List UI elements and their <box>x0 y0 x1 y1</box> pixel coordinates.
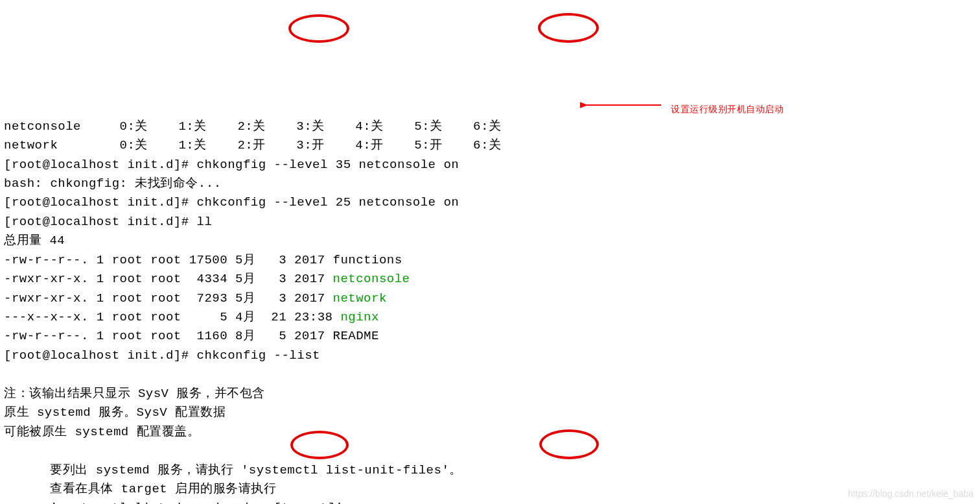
svc-name: netconsole <box>4 119 81 134</box>
file-line-1: -rw-r--r--. 1 root root 17500 5月 3 2017 … <box>4 253 402 267</box>
note-line-4: 要列出 systemd 服务，请执行 'systemctl list-unit-… <box>4 463 462 477</box>
total-line: 总用量 44 <box>4 234 65 248</box>
lvl1: 1:关 <box>178 119 206 134</box>
bash-error: bash: chkongfig: 未找到命令... <box>4 176 222 191</box>
lvl0: 0:关 <box>120 138 148 152</box>
note-line-5: 查看在具体 target 启用的服务请执行 <box>4 482 276 496</box>
prompt-line-4: [root@localhost init.d]# chkconfig --lis… <box>4 348 320 363</box>
annotation-text: 设置运行级别开机自动启动 <box>671 102 784 117</box>
file-meta: -rwxr-xr-x. 1 root root 7293 5月 3 2017 <box>4 291 332 306</box>
lvl2: 2:关 <box>237 119 265 134</box>
terminal-output: netconsole 0:关 1:关 2:关 3:关 4:关 5:关 6:关 n… <box>4 98 976 504</box>
lvl6: 6:关 <box>473 138 501 152</box>
circle-annotation-2 <box>538 13 599 43</box>
lvl5: 5:关 <box>414 119 442 134</box>
lvl1: 1:关 <box>178 138 206 152</box>
lvl2: 2:开 <box>237 138 265 152</box>
lvl6: 6:关 <box>473 119 501 134</box>
svc-row-network-1: network 0:关 1:关 2:开 3:开 4:开 5:开 6:关 <box>4 138 501 152</box>
prompt-line-3: [root@localhost init.d]# ll <box>4 215 212 229</box>
circle-annotation-1 <box>288 14 349 43</box>
file-line-3: -rwxr-xr-x. 1 root root 7293 5月 3 2017 n… <box>4 291 387 306</box>
note-line-2: 原生 systemd 服务。SysV 配置数据 <box>4 405 226 420</box>
file-meta: ---x--x--x. 1 root root 5 4月 21 23:38 <box>4 310 340 324</box>
file-line-5: -rw-r--r--. 1 root root 1160 8月 5 2017 R… <box>4 329 379 343</box>
svc-name: network <box>4 138 58 152</box>
lvl4: 4:开 <box>355 138 383 152</box>
lvl4: 4:关 <box>355 119 383 134</box>
file-line-4: ---x--x--x. 1 root root 5 4月 21 23:38 ng… <box>4 310 379 324</box>
note-line-6: 'systemctl list-dependencies [target]'。 <box>4 501 356 504</box>
file-name-exec: netconsole <box>332 272 410 286</box>
svc-row-netconsole-1: netconsole 0:关 1:关 2:关 3:关 4:关 5:关 6:关 <box>4 119 501 134</box>
prompt-line-2: [root@localhost init.d]# chkconfig --lev… <box>4 195 459 210</box>
prompt-line-1: [root@localhost init.d]# chkongfig --lev… <box>4 158 459 172</box>
watermark-text: https://blog.csdn.net/kele_baba <box>848 487 974 501</box>
note-line-1: 注：该输出结果只显示 SysV 服务，并不包含 <box>4 387 265 401</box>
lvl0: 0:关 <box>120 119 148 134</box>
file-meta: -rwxr-xr-x. 1 root root 4334 5月 3 2017 <box>4 272 332 286</box>
lvl5: 5:开 <box>414 138 442 152</box>
lvl3: 3:关 <box>296 119 324 134</box>
note-line-3: 可能被原生 systemd 配置覆盖。 <box>4 425 200 439</box>
file-name-exec: nginx <box>340 310 379 324</box>
lvl3: 3:开 <box>296 138 324 152</box>
file-line-2: -rwxr-xr-x. 1 root root 4334 5月 3 2017 n… <box>4 272 410 286</box>
file-name-exec: network <box>332 291 386 306</box>
